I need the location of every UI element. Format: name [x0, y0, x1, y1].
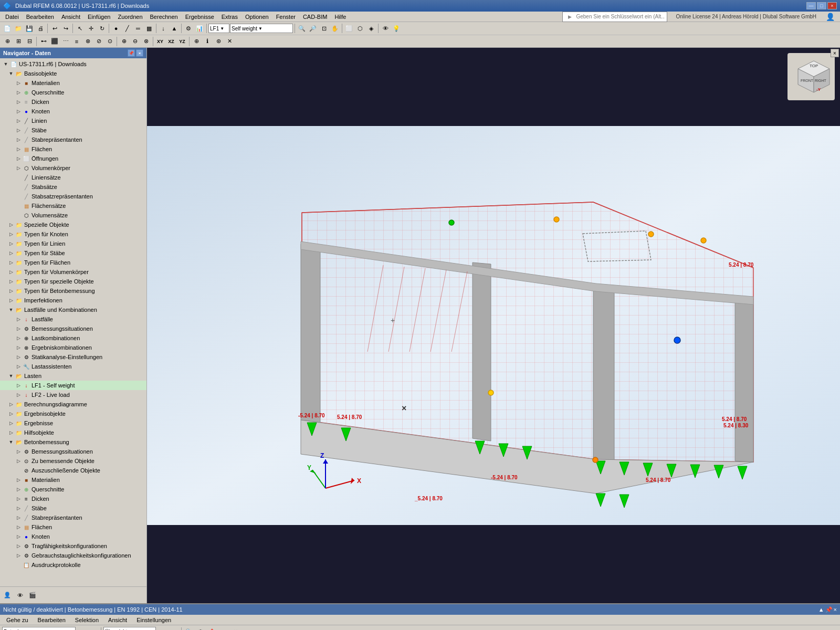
nav-beton-flaechen[interactable]: ▷ ▦ Flächen	[0, 522, 146, 532]
axis-button[interactable]: ⊛	[213, 37, 224, 46]
pan-button[interactable]: ✋	[330, 24, 340, 33]
menu-berechnen[interactable]: Berechnen	[147, 13, 181, 21]
bottom-menu-einstellungen[interactable]: Einstellungen	[132, 616, 175, 624]
lf-number-dropdown[interactable]: LF1 ▼	[208, 24, 229, 33]
nav-beton-bemess-sit[interactable]: ▷ ⚙ Bemessungssituationen	[0, 447, 146, 456]
bottom-settings-button[interactable]: ⚙	[195, 627, 206, 631]
nav-dicken[interactable]: ▷ ≡ Dicken	[0, 97, 146, 107]
color-button[interactable]: ⬛	[49, 37, 60, 46]
bottom-panel-close-button[interactable]: ×	[834, 606, 837, 613]
nav-stabrepräsentanten[interactable]: ▷ ╱ Stabrepräsentanten	[0, 135, 146, 144]
cross-button[interactable]: ✕	[224, 37, 235, 46]
xz-view-button[interactable]: XZ	[166, 37, 176, 46]
search-box[interactable]: ▶	[562, 12, 667, 22]
menu-extras[interactable]: Extras	[218, 13, 241, 21]
nav-statik-einst[interactable]: ▷ ⚙ Statikanalyse-Einstellungen	[0, 352, 146, 362]
bottom-export-button[interactable]: 📤	[207, 627, 217, 631]
nav-typen-staebe[interactable]: ▷ 📁 Typen für Stäbe	[0, 248, 146, 258]
scale-button[interactable]: ⊗	[141, 37, 151, 46]
support-button[interactable]: ▲	[169, 24, 180, 33]
xy-view-button[interactable]: XY	[155, 37, 165, 46]
viewport-close-icon[interactable]: ×	[831, 49, 839, 57]
nav-berechnungsdiag[interactable]: ▷ 📁 Berechnungsdiagramme	[0, 400, 146, 409]
nav-lf2[interactable]: ▷ ↓ LF2 - Live load	[0, 390, 146, 400]
redo-button[interactable]: ↪	[60, 24, 71, 33]
zoom-in-button[interactable]: 🔍	[297, 24, 307, 33]
nav-tragfaehigkeit[interactable]: ▷ ⚙ Tragfähigkeitskonfigurationen	[0, 541, 146, 551]
render-button[interactable]: 💡	[391, 24, 402, 33]
nav-typen-knoten[interactable]: ▷ 📁 Typen für Knoten	[0, 229, 146, 239]
nav-spezielle[interactable]: ▷ 📁 Spezielle Objekte	[0, 220, 146, 229]
bottom-menu-bearbeiten[interactable]: Bearbeiten	[34, 616, 70, 624]
bottom-panel-pin-button[interactable]: 📌	[825, 606, 833, 613]
bottom-panel-expand-button[interactable]: ▲	[818, 606, 824, 613]
new-button[interactable]: 📄	[2, 24, 13, 33]
nav-lastkomb[interactable]: ▷ ⊕ Lastkombinationen	[0, 333, 146, 343]
move-button[interactable]: ✛	[86, 24, 96, 33]
nav-ergkomb[interactable]: ▷ ⊗ Ergebniskombinationen	[0, 343, 146, 352]
bottom-prev-button[interactable]: ◀	[77, 627, 87, 631]
nav-typen-vol[interactable]: ▷ 📁 Typen für Volumenkörper	[0, 267, 146, 277]
minimize-button[interactable]: —	[806, 2, 816, 9]
display-button[interactable]: 👁	[380, 24, 391, 33]
nav-volumenkoerper[interactable]: ▷ ⬡ Volumenkörper	[0, 163, 146, 173]
model-button[interactable]: ⊗	[82, 37, 93, 46]
undo-button[interactable]: ↩	[49, 24, 60, 33]
nav-oeffnungen[interactable]: ▷ ⬜ Öffnungen	[0, 154, 146, 163]
bottom-module-dropdown[interactable]: Betonbemessung ▼	[2, 627, 76, 631]
nav-lf1[interactable]: ▷ ↓ LF1 - Self weight	[0, 381, 146, 390]
nav-ergobjekte[interactable]: ▷ 📁 Ergebnisobjekte	[0, 409, 146, 418]
bottom-tab-next-button[interactable]: ▶	[169, 627, 179, 631]
nav-imperf[interactable]: ▷ 📁 Imperfektionen	[0, 296, 146, 305]
nav-ergebnisse[interactable]: ▷ 📁 Ergebnisse	[0, 418, 146, 428]
menu-ansicht[interactable]: Ansicht	[58, 13, 83, 21]
nav-linien[interactable]: ▷ ╱ Linien	[0, 116, 146, 125]
nav-pin-button[interactable]: 📌	[128, 49, 135, 57]
zoom-out-button[interactable]: 🔎	[308, 24, 318, 33]
bottom-print-button[interactable]: 🖨	[218, 627, 229, 631]
nav-stabsatzrep[interactable]: ╱ Stabsatzrepräsentanten	[0, 192, 146, 201]
zoom-all-button[interactable]: ⊡	[319, 24, 329, 33]
navigator-controls[interactable]: 📌 ×	[128, 49, 143, 57]
menu-datei[interactable]: Datei	[2, 13, 22, 21]
menu-bearbeiten[interactable]: Bearbeiten	[23, 13, 57, 21]
nav-beton-staebe[interactable]: ▷ ╱ Stäbe	[0, 503, 146, 513]
menu-optionen[interactable]: Optionen	[242, 13, 272, 21]
nav-close-button[interactable]: ×	[136, 49, 143, 57]
menu-fenster[interactable]: Fenster	[273, 13, 299, 21]
search-input[interactable]	[576, 14, 665, 19]
ortho-button[interactable]: ⊟	[24, 37, 35, 46]
result-button[interactable]: 📊	[194, 24, 205, 33]
nav-flaechen[interactable]: ▷ ▦ Flächen	[0, 144, 146, 154]
bottom-filter-button[interactable]: 🔍	[184, 627, 194, 631]
bottom-next-button[interactable]: ▶	[88, 627, 99, 631]
nav-typen-spez[interactable]: ▷ 📁 Typen für spezielle Objekte	[0, 277, 146, 286]
nav-ausdruckprot[interactable]: 📋 Ausdruckprotokolle	[0, 560, 146, 570]
bottom-tab-dropdown[interactable]: Übersicht ▼	[103, 627, 156, 631]
nav-beton-dicken[interactable]: ▷ ≡ Dicken	[0, 494, 146, 503]
close-button[interactable]: ×	[827, 2, 837, 9]
stress-button[interactable]: ≡	[71, 37, 82, 46]
bottom-menu-selektion[interactable]: Selektion	[71, 616, 103, 624]
nav-lastfaelle[interactable]: ▷ ↓ Lastfälle	[0, 314, 146, 324]
nav-typen-linien[interactable]: ▷ 📁 Typen für Linien	[0, 239, 146, 248]
nav-typen-beton[interactable]: ▷ 📁 Typen für Betonbemessung	[0, 286, 146, 296]
open-button[interactable]: 📁	[13, 24, 24, 33]
nav-stabsaetze[interactable]: ╱ Stabsätze	[0, 182, 146, 192]
lf-name-dropdown[interactable]: Self weight ▼	[230, 24, 293, 33]
copy-button[interactable]: ⊕	[119, 37, 129, 46]
nav-querschnitte[interactable]: ▷ ⊕ Querschnitte	[0, 88, 146, 97]
bar-button[interactable]: ═	[133, 24, 143, 33]
window-controls[interactable]: — □ ×	[806, 2, 837, 9]
yz-view-button[interactable]: YZ	[177, 37, 187, 46]
rotate-button[interactable]: ↻	[97, 24, 107, 33]
view-front-button[interactable]: ⬜	[344, 24, 354, 33]
nav-auszuschl[interactable]: ⊘ Auszuschließende Objekte	[0, 466, 146, 475]
nav-file-node[interactable]: ▼ 📄 US-17311.rf6 | Downloads	[0, 59, 146, 69]
menu-zuordnen[interactable]: Zuordnen	[114, 13, 145, 21]
bottom-menu-ansicht[interactable]: Ansicht	[104, 616, 131, 624]
nav-staebe[interactable]: ▷ ╱ Stäbe	[0, 125, 146, 135]
nav-gebrauchstaug[interactable]: ▷ ⚙ Gebrauchstauglichkeitskonfiguratione…	[0, 551, 146, 560]
plus-button[interactable]: ⊕	[191, 37, 202, 46]
bottom-panel-controls[interactable]: ▲ 📌 ×	[818, 606, 837, 613]
